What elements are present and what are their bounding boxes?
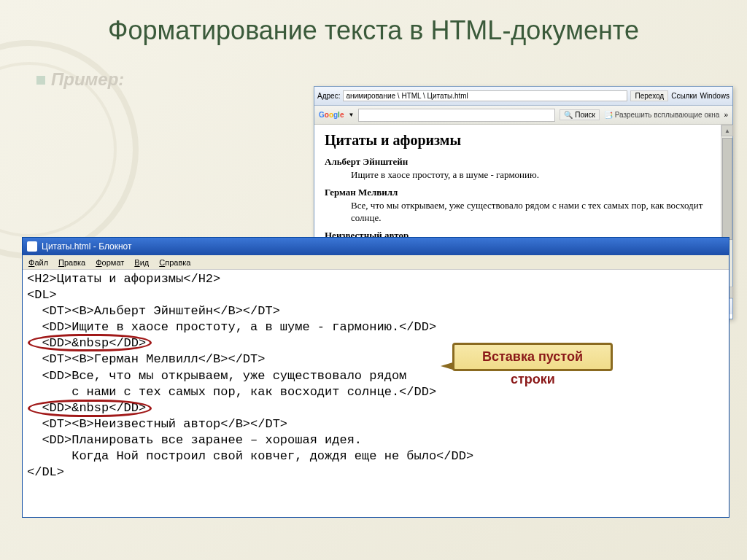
notepad-title-text: Цитаты.html - Блокнот	[42, 241, 131, 252]
notepad-icon	[27, 241, 37, 252]
popup-button[interactable]: 📑 Разрешить всплывающие окна	[604, 111, 720, 119]
windows-link[interactable]: Windows	[700, 92, 729, 100]
menu-edit[interactable]: Правка	[58, 258, 85, 267]
menu-view[interactable]: Вид	[134, 258, 149, 267]
notepad-menu-bar: Файл Правка Формат Вид Справка	[23, 255, 729, 270]
browser-address-bar: Адрес: анимирование \ HTML \ Цитаты.html…	[314, 87, 732, 106]
google-logo: Google	[319, 111, 344, 119]
menu-help[interactable]: Справка	[159, 258, 190, 267]
scroll-up-icon[interactable]: ▲	[721, 125, 733, 136]
callout-box: Вставка пустой	[452, 343, 613, 371]
search-button[interactable]: 🔍 Поиск	[560, 109, 600, 120]
go-button[interactable]: Переход	[630, 90, 668, 101]
notepad-title-bar: Цитаты.html - Блокнот	[23, 238, 729, 255]
example-label: Пример:	[51, 69, 124, 90]
links-label: Ссылки	[671, 92, 697, 100]
bullet-icon	[36, 76, 45, 85]
callout-text: Вставка пустой	[482, 349, 583, 364]
quote-text: Ищите в хаосе простоту, а в шуме - гармо…	[351, 169, 722, 181]
scroll-thumb[interactable]	[722, 138, 732, 240]
callout-text-line2: строки	[511, 372, 555, 387]
slide-title: Форматирование текста в HTML-документе	[0, 0, 747, 46]
quote-author: Герман Мелвилл	[325, 187, 722, 198]
menu-file[interactable]: Файл	[28, 258, 48, 267]
google-toolbar: Google ▼ 🔍 Поиск 📑 Разрешить всплывающие…	[314, 106, 732, 125]
address-field[interactable]: анимирование \ HTML \ Цитаты.html	[343, 90, 627, 101]
quote-text: Все, что мы открываем, уже существовало …	[351, 200, 722, 224]
menu-format[interactable]: Формат	[96, 258, 124, 267]
page-heading: Цитаты и афоризмы	[325, 132, 722, 149]
address-label: Адрес:	[317, 92, 340, 100]
notepad-editor[interactable]: <H2>Цитаты и афоризмы</H2> <DL> <DT><B>А…	[23, 270, 729, 482]
google-search-input[interactable]	[358, 109, 555, 122]
notepad-window: Цитаты.html - Блокнот Файл Правка Формат…	[22, 237, 729, 518]
dropdown-icon[interactable]: ▼	[348, 112, 354, 118]
toolbar-chevron-icon[interactable]: »	[724, 111, 728, 119]
quote-author: Альберт Эйнштейн	[325, 156, 722, 168]
